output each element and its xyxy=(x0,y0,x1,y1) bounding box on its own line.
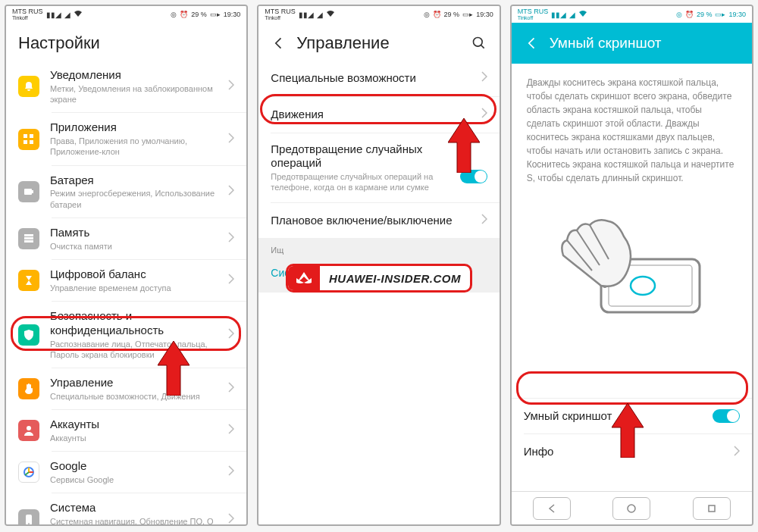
watermark-text: HUAWEI-INSIDER.COM xyxy=(320,272,470,285)
header: Умный скриншот xyxy=(512,23,752,64)
carrier-sub: Tinkoff xyxy=(265,15,296,20)
header: Настройки xyxy=(6,23,246,61)
item-title: Управление xyxy=(50,376,218,390)
item-sub: Специальные возможности, Движения xyxy=(50,391,218,402)
item-motions[interactable]: Движения xyxy=(258,97,499,133)
settings-item-phone[interactable]: Система Системная навигация, Обновление … xyxy=(6,493,246,524)
nfc-icon: ◎ xyxy=(676,11,682,18)
battery-pct: 29 % xyxy=(444,11,460,18)
item-sub: Очистка памяти xyxy=(50,241,218,252)
signal-icon: ▮▮◢ xyxy=(551,11,566,19)
google-icon xyxy=(18,462,39,483)
svg-rect-0 xyxy=(23,134,27,138)
toggle-switch[interactable] xyxy=(713,409,740,423)
svg-rect-1 xyxy=(30,134,33,138)
settings-item-user[interactable]: Аккаунты Аккаунты xyxy=(6,410,246,451)
chevron-right-icon xyxy=(228,382,234,396)
battery-icon: ▭▸ xyxy=(462,11,473,18)
item-prevent-accidental[interactable]: Предотвращение случайных операций Предот… xyxy=(258,133,499,202)
clock: 19:30 xyxy=(476,11,493,18)
battery-pct: 29 % xyxy=(191,11,207,18)
nav-recent-button[interactable] xyxy=(693,497,731,520)
watermark: HUAWEI-INSIDER.COM xyxy=(286,264,472,293)
more-label: Ищ xyxy=(258,238,499,258)
carrier-label: MTS RUS xyxy=(12,8,43,15)
header: Управление xyxy=(258,23,499,61)
info-label: Инфо xyxy=(524,445,723,459)
signal-icon-2: ◢ xyxy=(64,11,70,19)
item-sub: Метки, Уведомления на заблокированном эк… xyxy=(50,83,218,105)
svg-rect-8 xyxy=(24,240,33,243)
smart-screenshot-content: Дважды коснитесь экрана костяшкой пальца… xyxy=(512,64,752,491)
svg-point-17 xyxy=(631,277,655,295)
signal-icon-2: ◢ xyxy=(317,11,323,19)
nav-home-button[interactable] xyxy=(612,497,650,520)
item-info[interactable]: Инфо xyxy=(512,434,752,470)
item-sub: Управление временем доступа xyxy=(50,283,218,293)
battery-icon: ▭▸ xyxy=(715,11,725,18)
back-icon[interactable] xyxy=(524,35,540,52)
svg-rect-3 xyxy=(30,140,33,144)
item-sub: Аккаунты xyxy=(50,433,218,443)
item-sub: Системная навигация, Обновление ПО, О те… xyxy=(50,516,218,524)
svg-point-13 xyxy=(473,38,482,47)
phone-control: MTS RUSTinkoff ▮▮◢ ◢ ◎ ⏰ 29 % ▭▸ 19:30 У… xyxy=(257,5,500,526)
item-title: Движения xyxy=(271,108,470,122)
settings-item-grid[interactable]: Приложения Права, Приложения по умолчани… xyxy=(6,113,246,164)
carrier-sub: Tinkoff xyxy=(12,15,43,20)
item-sub: Распознавание лица, Отпечаток пальца, Па… xyxy=(50,339,218,361)
android-nav-bar xyxy=(512,491,752,524)
chevron-right-icon xyxy=(228,513,234,524)
signal-icon-2: ◢ xyxy=(569,11,575,19)
svg-rect-7 xyxy=(24,237,33,239)
phone-icon xyxy=(18,509,39,524)
item-title: Google xyxy=(50,459,218,474)
item-accessibility[interactable]: Специальные возможности xyxy=(258,61,499,96)
nfc-icon: ◎ xyxy=(424,11,430,18)
bell-icon xyxy=(18,76,39,97)
wifi-icon xyxy=(74,10,83,19)
chevron-right-icon xyxy=(228,328,234,342)
back-icon[interactable] xyxy=(271,35,287,52)
chevron-right-icon xyxy=(228,133,234,146)
item-title: Батарея xyxy=(50,174,218,188)
item-title: Специальные возможности xyxy=(271,71,470,86)
settings-item-hand[interactable]: Управление Специальные возможности, Движ… xyxy=(6,368,246,409)
page-title: Управление xyxy=(296,33,461,53)
toggle-smart-screenshot[interactable]: Умный скриншот xyxy=(512,398,752,434)
huawei-logo-icon xyxy=(288,266,320,290)
svg-point-18 xyxy=(628,505,635,512)
item-title: Плановое включение/выключение xyxy=(271,214,470,228)
item-scheduled-power[interactable]: Плановое включение/выключение xyxy=(258,203,499,239)
wifi-icon xyxy=(326,10,335,19)
nav-back-button[interactable] xyxy=(533,497,571,520)
status-bar: MTS RUSTinkoff ▮▮◢ ◢ ◎ ⏰ 29 % ▭▸ 19:30 xyxy=(6,6,246,23)
settings-item-bell[interactable]: Уведомления Метки, Уведомления на заблок… xyxy=(6,61,246,112)
search-icon[interactable] xyxy=(471,35,487,52)
alarm-icon: ⏰ xyxy=(180,11,188,18)
svg-rect-2 xyxy=(23,140,27,144)
hand-icon xyxy=(18,378,39,399)
settings-item-storage[interactable]: Память Очистка памяти xyxy=(6,218,246,259)
settings-item-hourglass[interactable]: Цифровой баланс Управление временем дост… xyxy=(6,260,246,301)
svg-rect-6 xyxy=(24,234,33,236)
settings-item-shield[interactable]: Безопасность и конфиденциальность Распоз… xyxy=(6,302,246,368)
settings-item-battery[interactable]: Батарея Режим энергосбережения, Использо… xyxy=(6,166,246,217)
settings-item-google[interactable]: Google Сервисы Google xyxy=(6,452,246,493)
storage-icon xyxy=(18,228,39,249)
svg-rect-4 xyxy=(24,189,32,195)
description-text: Дважды коснитесь экрана костяшкой пальца… xyxy=(512,64,752,197)
toggle-switch[interactable] xyxy=(460,170,487,183)
battery-icon xyxy=(18,181,39,202)
svg-point-9 xyxy=(27,426,31,430)
settings-list[interactable]: Уведомления Метки, Уведомления на заблок… xyxy=(6,61,246,524)
carrier-sub: Tinkoff xyxy=(518,15,549,20)
chevron-right-icon xyxy=(481,108,487,121)
chevron-right-icon xyxy=(228,424,234,437)
control-list[interactable]: Специальные возможности Движения Предотв… xyxy=(258,61,499,524)
hourglass-icon xyxy=(18,270,39,291)
chevron-right-icon xyxy=(228,274,234,287)
chevron-right-icon xyxy=(228,80,234,93)
phone-smart-screenshot: MTS RUSTinkoff ▮▮◢ ◢ ◎ ⏰ 29 % ▭▸ 19:30 У… xyxy=(510,5,753,526)
battery-icon: ▭▸ xyxy=(210,11,221,18)
